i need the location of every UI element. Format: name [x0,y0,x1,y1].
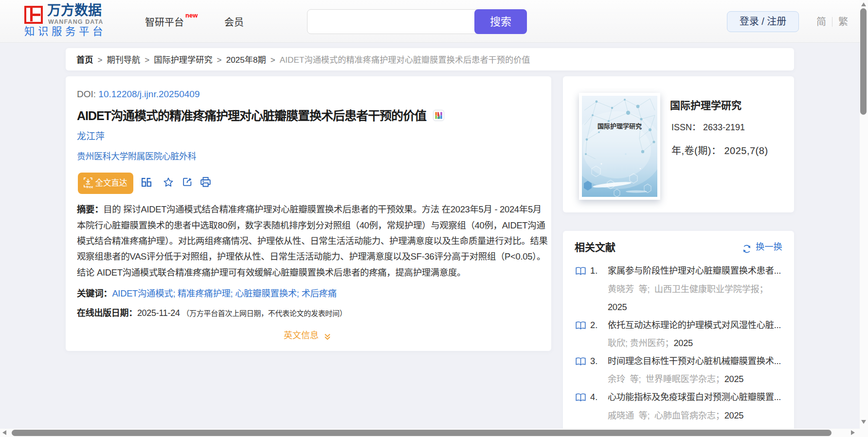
svg-text:free: free [86,184,93,188]
